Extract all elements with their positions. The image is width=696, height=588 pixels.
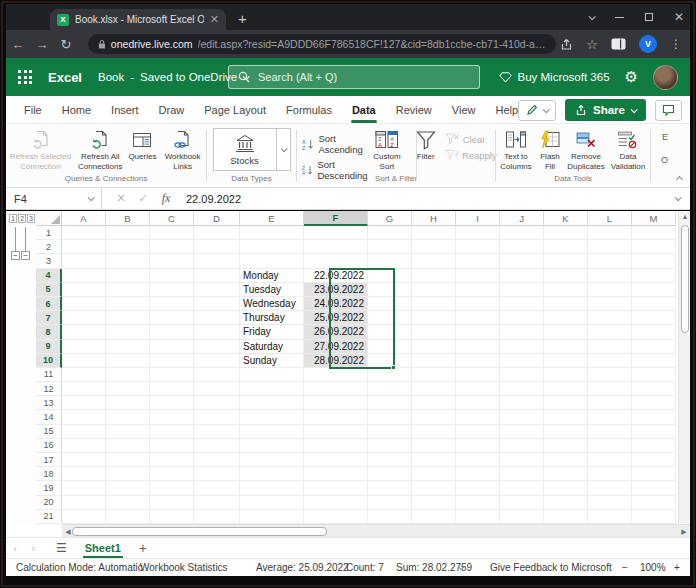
cell-E8[interactable]: Friday [240,325,304,339]
refresh-all-connections-button[interactable]: Refresh All Connections [75,127,125,172]
cell-I16[interactable] [456,439,500,453]
cell-D8[interactable] [194,325,240,339]
cell-E18[interactable] [240,467,304,481]
cell-J16[interactable] [500,439,544,453]
cell-J12[interactable] [500,382,544,396]
cell-L8[interactable] [588,325,632,339]
cell-M20[interactable] [632,496,676,510]
workbook-statistics[interactable]: Workbook Statistics [140,559,228,576]
cell-G7[interactable] [368,311,412,325]
stocks-button[interactable]: Stocks [214,129,276,170]
cell-H19[interactable] [412,481,456,495]
cell-A3[interactable] [62,254,106,268]
cell-G19[interactable] [368,481,412,495]
cell-K18[interactable] [544,467,588,481]
ribbon-tab-page-layout[interactable]: Page Layout [194,96,276,124]
cell-F6[interactable]: 24.09.2022 [304,297,368,311]
cell-C8[interactable] [150,325,194,339]
cell-L10[interactable] [588,354,632,368]
row-header-18[interactable]: 18 [36,467,62,481]
cell-J20[interactable] [500,496,544,510]
cell-M15[interactable] [632,425,676,439]
cell-F3[interactable] [304,254,368,268]
cell-J18[interactable] [500,467,544,481]
cell-A9[interactable] [62,340,106,354]
cell-D6[interactable] [194,297,240,311]
cell-E3[interactable] [240,254,304,268]
cell-J4[interactable] [500,269,544,283]
cell-F10[interactable]: 28.09.2022 [304,354,368,368]
cell-K17[interactable] [544,453,588,467]
document-title[interactable]: Book - Saved to OneDrive [98,71,248,83]
cell-G9[interactable] [368,340,412,354]
collapse-outline-group-button[interactable]: − [11,251,20,260]
cell-B19[interactable] [106,481,150,495]
cell-M4[interactable] [632,269,676,283]
cell-D14[interactable] [194,410,240,424]
zoom-out-button[interactable]: − [622,559,628,576]
cell-K19[interactable] [544,481,588,495]
cell-K13[interactable] [544,396,588,410]
cell-B6[interactable] [106,297,150,311]
cell-D10[interactable] [194,354,240,368]
column-header-K[interactable]: K [544,211,588,226]
cell-G16[interactable] [368,439,412,453]
cell-F8[interactable]: 26.09.2022 [304,325,368,339]
cell-C5[interactable] [150,283,194,297]
cell-E11[interactable] [240,368,304,382]
cell-B10[interactable] [106,354,150,368]
reapply-filter-button[interactable]: Reapply [445,149,497,161]
horizontal-scrollbar[interactable]: ◀ ▶ [62,524,690,537]
cell-A1[interactable] [62,226,106,240]
vertical-scrollbar[interactable]: ▲ [678,211,690,524]
cell-B3[interactable] [106,254,150,268]
cell-J10[interactable] [500,354,544,368]
insert-function-icon[interactable]: fx [154,191,178,206]
cell-B4[interactable] [106,269,150,283]
collapse-ribbon-button[interactable] [676,176,683,183]
cell-J15[interactable] [500,425,544,439]
cell-F19[interactable] [304,481,368,495]
sheet-tab-sheet1[interactable]: Sheet1 [77,538,129,558]
cell-G15[interactable] [368,425,412,439]
cell-H5[interactable] [412,283,456,297]
cell-H10[interactable] [412,354,456,368]
row-header-17[interactable]: 17 [36,453,62,467]
cell-H15[interactable] [412,425,456,439]
custom-sort-button[interactable]: ZA AZ Custom Sort [371,127,403,172]
cell-C1[interactable] [150,226,194,240]
cell-D7[interactable] [194,311,240,325]
cell-J2[interactable] [500,240,544,254]
cell-G1[interactable] [368,226,412,240]
cell-M8[interactable] [632,325,676,339]
cell-A2[interactable] [62,240,106,254]
cell-B17[interactable] [106,453,150,467]
cell-M3[interactable] [632,254,676,268]
cell-D19[interactable] [194,481,240,495]
cell-L6[interactable] [588,297,632,311]
cell-D1[interactable] [194,226,240,240]
cell-A16[interactable] [62,439,106,453]
row-header-3[interactable]: 3 [36,254,62,268]
cell-H3[interactable] [412,254,456,268]
row-header-10[interactable]: 10 [36,354,62,368]
cell-K6[interactable] [544,297,588,311]
cell-M13[interactable] [632,396,676,410]
window-chevron-icon[interactable] [589,13,596,20]
row-header-2[interactable]: 2 [36,240,62,254]
share-button[interactable]: Share [565,99,646,121]
cell-M2[interactable] [632,240,676,254]
column-header-I[interactable]: I [456,211,500,226]
cell-C14[interactable] [150,410,194,424]
cell-L9[interactable] [588,340,632,354]
cell-E17[interactable] [240,453,304,467]
cell-H20[interactable] [412,496,456,510]
buy-microsoft-365-button[interactable]: Buy Microsoft 365 [499,71,610,83]
cell-F21[interactable] [304,510,368,524]
cell-B9[interactable] [106,340,150,354]
cell-K8[interactable] [544,325,588,339]
cell-F4[interactable]: 22.09.2022 [304,269,368,283]
cell-E16[interactable] [240,439,304,453]
cell-A7[interactable] [62,311,106,325]
cell-K3[interactable] [544,254,588,268]
